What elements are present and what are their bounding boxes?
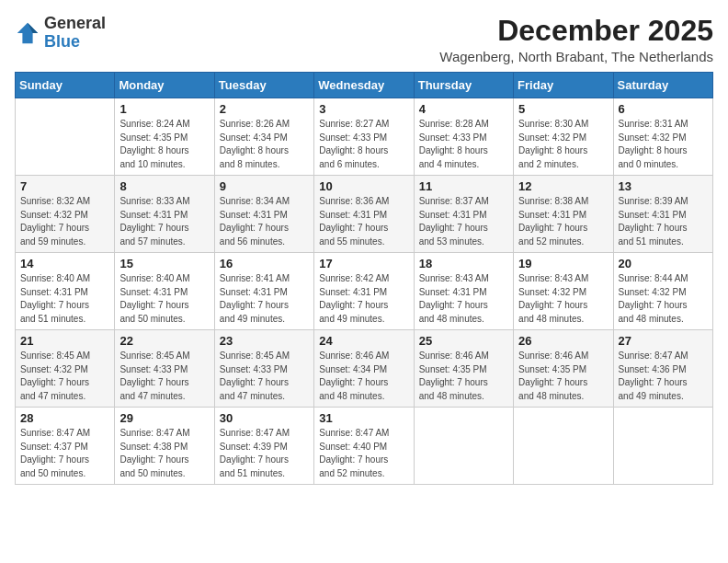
- calendar-cell: 3Sunrise: 8:27 AM Sunset: 4:33 PM Daylig…: [314, 98, 414, 176]
- day-number: 17: [319, 257, 408, 270]
- day-number: 6: [619, 102, 708, 116]
- calendar: SundayMondayTuesdayWednesdayThursdayFrid…: [15, 72, 713, 485]
- calendar-cell: 30Sunrise: 8:47 AM Sunset: 4:39 PM Dayli…: [214, 408, 313, 485]
- day-info: Sunrise: 8:32 AM Sunset: 4:32 PM Dayligh…: [20, 195, 109, 248]
- day-info: Sunrise: 8:46 AM Sunset: 4:35 PM Dayligh…: [518, 350, 608, 403]
- month-title: December 2025: [439, 15, 713, 47]
- title-area: December 2025 Wagenberg, North Brabant, …: [439, 15, 713, 64]
- day-number: 31: [319, 411, 408, 425]
- day-info: Sunrise: 8:36 AM Sunset: 4:31 PM Dayligh…: [319, 195, 408, 248]
- calendar-week-row: 28Sunrise: 8:47 AM Sunset: 4:37 PM Dayli…: [16, 408, 713, 485]
- day-number: 9: [220, 179, 309, 193]
- day-info: Sunrise: 8:47 AM Sunset: 4:37 PM Dayligh…: [20, 427, 109, 480]
- calendar-cell: 16Sunrise: 8:41 AM Sunset: 4:31 PM Dayli…: [214, 253, 313, 330]
- calendar-cell: 5Sunrise: 8:30 AM Sunset: 4:32 PM Daylig…: [514, 98, 613, 176]
- day-number: 22: [119, 334, 209, 348]
- calendar-cell: [613, 408, 712, 485]
- calendar-cell: 24Sunrise: 8:46 AM Sunset: 4:34 PM Dayli…: [314, 330, 414, 408]
- day-number: 20: [619, 257, 708, 270]
- day-info: Sunrise: 8:38 AM Sunset: 4:31 PM Dayligh…: [518, 195, 608, 248]
- calendar-cell: 14Sunrise: 8:40 AM Sunset: 4:31 PM Dayli…: [16, 253, 115, 330]
- day-info: Sunrise: 8:37 AM Sunset: 4:31 PM Dayligh…: [419, 195, 508, 248]
- day-number: 19: [518, 257, 608, 270]
- day-number: 14: [20, 257, 109, 270]
- calendar-header-row: SundayMondayTuesdayWednesdayThursdayFrid…: [16, 73, 713, 98]
- day-info: Sunrise: 8:28 AM Sunset: 4:33 PM Dayligh…: [419, 118, 508, 171]
- calendar-cell: 13Sunrise: 8:39 AM Sunset: 4:31 PM Dayli…: [613, 176, 712, 253]
- day-info: Sunrise: 8:43 AM Sunset: 4:31 PM Dayligh…: [419, 272, 508, 326]
- calendar-cell: 7Sunrise: 8:32 AM Sunset: 4:32 PM Daylig…: [16, 176, 115, 253]
- calendar-cell: [414, 408, 513, 485]
- day-number: 4: [419, 102, 508, 116]
- day-info: Sunrise: 8:24 AM Sunset: 4:35 PM Dayligh…: [119, 118, 209, 171]
- calendar-header-monday: Monday: [115, 73, 214, 98]
- day-number: 8: [119, 179, 209, 193]
- calendar-cell: 21Sunrise: 8:45 AM Sunset: 4:32 PM Dayli…: [16, 330, 115, 408]
- calendar-cell: 4Sunrise: 8:28 AM Sunset: 4:33 PM Daylig…: [414, 98, 513, 176]
- calendar-header-tuesday: Tuesday: [214, 73, 313, 98]
- calendar-header-sunday: Sunday: [16, 73, 115, 98]
- day-info: Sunrise: 8:31 AM Sunset: 4:32 PM Dayligh…: [619, 118, 708, 171]
- calendar-cell: 11Sunrise: 8:37 AM Sunset: 4:31 PM Dayli…: [414, 176, 513, 253]
- calendar-header-wednesday: Wednesday: [314, 73, 414, 98]
- day-number: 27: [619, 334, 708, 348]
- day-info: Sunrise: 8:34 AM Sunset: 4:31 PM Dayligh…: [220, 195, 309, 248]
- day-number: 16: [220, 257, 309, 270]
- calendar-week-row: 21Sunrise: 8:45 AM Sunset: 4:32 PM Dayli…: [16, 330, 713, 408]
- calendar-cell: 10Sunrise: 8:36 AM Sunset: 4:31 PM Dayli…: [314, 176, 414, 253]
- day-info: Sunrise: 8:41 AM Sunset: 4:31 PM Dayligh…: [220, 272, 309, 326]
- calendar-cell: 31Sunrise: 8:47 AM Sunset: 4:40 PM Dayli…: [314, 408, 414, 485]
- calendar-cell: 26Sunrise: 8:46 AM Sunset: 4:35 PM Dayli…: [514, 330, 613, 408]
- day-number: 7: [20, 179, 109, 193]
- day-number: 11: [419, 179, 508, 193]
- day-info: Sunrise: 8:33 AM Sunset: 4:31 PM Dayligh…: [119, 195, 209, 248]
- day-info: Sunrise: 8:46 AM Sunset: 4:35 PM Dayligh…: [419, 350, 508, 403]
- logo-general: General: [44, 14, 106, 32]
- calendar-cell: 22Sunrise: 8:45 AM Sunset: 4:33 PM Dayli…: [115, 330, 214, 408]
- day-info: Sunrise: 8:44 AM Sunset: 4:32 PM Dayligh…: [619, 272, 708, 326]
- calendar-cell: 12Sunrise: 8:38 AM Sunset: 4:31 PM Dayli…: [514, 176, 613, 253]
- day-info: Sunrise: 8:30 AM Sunset: 4:32 PM Dayligh…: [518, 118, 608, 171]
- day-info: Sunrise: 8:47 AM Sunset: 4:38 PM Dayligh…: [119, 427, 209, 480]
- day-info: Sunrise: 8:26 AM Sunset: 4:34 PM Dayligh…: [220, 118, 309, 171]
- calendar-cell: 9Sunrise: 8:34 AM Sunset: 4:31 PM Daylig…: [214, 176, 313, 253]
- day-info: Sunrise: 8:43 AM Sunset: 4:32 PM Dayligh…: [518, 272, 608, 326]
- day-number: 13: [619, 179, 708, 193]
- day-number: 12: [518, 179, 608, 193]
- day-number: 10: [319, 179, 408, 193]
- day-number: 26: [518, 334, 608, 348]
- day-info: Sunrise: 8:46 AM Sunset: 4:34 PM Dayligh…: [319, 350, 408, 403]
- calendar-cell: 2Sunrise: 8:26 AM Sunset: 4:34 PM Daylig…: [214, 98, 313, 176]
- day-info: Sunrise: 8:39 AM Sunset: 4:31 PM Dayligh…: [619, 195, 708, 248]
- calendar-cell: 1Sunrise: 8:24 AM Sunset: 4:35 PM Daylig…: [115, 98, 214, 176]
- day-number: 21: [20, 334, 109, 348]
- calendar-cell: 19Sunrise: 8:43 AM Sunset: 4:32 PM Dayli…: [514, 253, 613, 330]
- day-number: 29: [119, 411, 209, 425]
- day-info: Sunrise: 8:40 AM Sunset: 4:31 PM Dayligh…: [119, 272, 209, 326]
- calendar-cell: 18Sunrise: 8:43 AM Sunset: 4:31 PM Dayli…: [414, 253, 513, 330]
- calendar-cell: 6Sunrise: 8:31 AM Sunset: 4:32 PM Daylig…: [613, 98, 712, 176]
- day-info: Sunrise: 8:27 AM Sunset: 4:33 PM Dayligh…: [319, 118, 408, 171]
- day-number: 1: [119, 102, 209, 116]
- day-number: 3: [319, 102, 408, 116]
- calendar-header-friday: Friday: [514, 73, 613, 98]
- calendar-cell: 8Sunrise: 8:33 AM Sunset: 4:31 PM Daylig…: [115, 176, 214, 253]
- calendar-week-row: 1Sunrise: 8:24 AM Sunset: 4:35 PM Daylig…: [16, 98, 713, 176]
- calendar-cell: 28Sunrise: 8:47 AM Sunset: 4:37 PM Dayli…: [16, 408, 115, 485]
- day-number: 30: [220, 411, 309, 425]
- calendar-week-row: 7Sunrise: 8:32 AM Sunset: 4:32 PM Daylig…: [16, 176, 713, 253]
- calendar-header-saturday: Saturday: [613, 73, 712, 98]
- day-number: 15: [119, 257, 209, 270]
- day-number: 25: [419, 334, 508, 348]
- calendar-cell: 27Sunrise: 8:47 AM Sunset: 4:36 PM Dayli…: [613, 330, 712, 408]
- calendar-cell: 15Sunrise: 8:40 AM Sunset: 4:31 PM Dayli…: [115, 253, 214, 330]
- logo: General Blue: [15, 15, 106, 52]
- calendar-cell: 17Sunrise: 8:42 AM Sunset: 4:31 PM Dayli…: [314, 253, 414, 330]
- calendar-cell: 25Sunrise: 8:46 AM Sunset: 4:35 PM Dayli…: [414, 330, 513, 408]
- day-info: Sunrise: 8:40 AM Sunset: 4:31 PM Dayligh…: [20, 272, 109, 326]
- calendar-cell: 29Sunrise: 8:47 AM Sunset: 4:38 PM Dayli…: [115, 408, 214, 485]
- day-number: 2: [220, 102, 309, 116]
- day-number: 23: [220, 334, 309, 348]
- day-info: Sunrise: 8:47 AM Sunset: 4:40 PM Dayligh…: [319, 427, 408, 480]
- calendar-cell: 20Sunrise: 8:44 AM Sunset: 4:32 PM Dayli…: [613, 253, 712, 330]
